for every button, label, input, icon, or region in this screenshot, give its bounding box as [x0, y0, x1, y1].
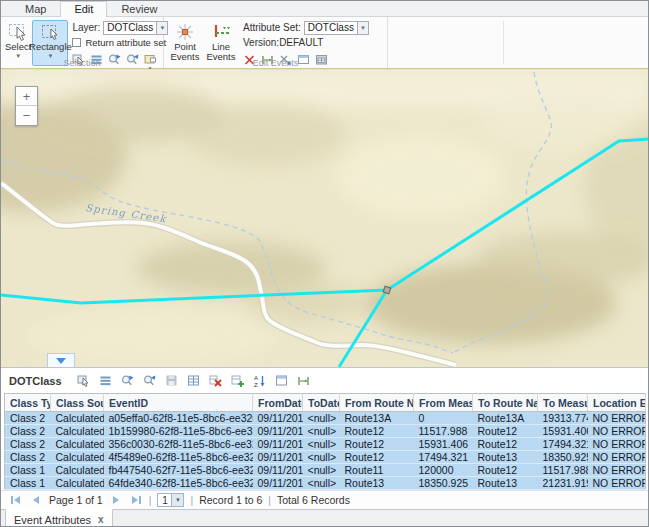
table-cell: 11517.988 [538, 464, 588, 477]
bottom-tab-bar: Event Attributes x [1, 509, 648, 527]
table-row[interactable]: Class 1Calculatedfb447540-62f7-11e5-8bc6… [5, 464, 646, 477]
table-cell: 17494.321 [538, 438, 588, 451]
table-cell: Class 1 [5, 464, 51, 477]
table-row[interactable]: Class 2Calculated1b159980-62f8-11e5-8bc6… [5, 425, 646, 438]
table-cell: Calculated [51, 464, 104, 477]
tab-review[interactable]: Review [107, 1, 171, 17]
table-cell: Class 2 [5, 425, 51, 438]
column-header[interactable]: To Measure [538, 394, 588, 412]
table-cell: Route12 [340, 438, 414, 451]
table-cell: Route13A [473, 412, 538, 425]
measure-icon[interactable] [297, 374, 310, 387]
pan-to-selection-icon[interactable] [143, 374, 156, 387]
ribbon-divider [503, 21, 504, 64]
table-cell: 15931.406 [538, 425, 588, 438]
attribute-set-value: DOTClass [304, 21, 357, 35]
attribute-set-combobox[interactable]: DOTClass ▼ [304, 21, 369, 35]
close-tab-icon[interactable]: x [98, 514, 104, 525]
pagination-bar: Page 1 of 1 | 1 ▼ | Record 1 to 6 | Tota… [1, 490, 648, 509]
panel-collapse-button[interactable] [47, 353, 75, 367]
table-cell: NO ERROR [588, 412, 646, 425]
ribbon: Select ▼ Rectangle ▼ Layer: DOTClass ▼ [1, 17, 648, 69]
column-header[interactable]: To Route Name [473, 394, 538, 412]
pager-separator: | [149, 494, 152, 506]
table-row[interactable]: Class 1Calculated64fde340-62f8-11e5-8bc6… [5, 477, 646, 490]
table-cell: <null> [303, 464, 340, 477]
column-header[interactable]: ToDate [303, 394, 340, 412]
table-cell: <null> [303, 477, 340, 490]
column-header[interactable]: EventID [104, 394, 253, 412]
table-cell: Route13 [473, 477, 538, 490]
svg-text:Z: Z [254, 382, 258, 388]
sort-icon[interactable]: AZ [253, 374, 266, 387]
table-cell: 4f5489e0-62f8-11e5-8bc6-ee32641d5ec9 [104, 451, 253, 464]
table-cell: Calculated [51, 451, 104, 464]
tab-edit[interactable]: Edit [60, 1, 107, 17]
column-header[interactable]: Class Type [5, 394, 51, 412]
table-cell: <null> [303, 412, 340, 425]
event-attributes-panel: DOTClass AZ Class TypeClass SourceEventI… [1, 367, 648, 527]
attributes-list-icon[interactable] [99, 374, 112, 387]
select-features-icon[interactable] [77, 374, 90, 387]
page-select-dropdown-icon[interactable]: ▼ [172, 493, 184, 507]
edit-events-group: Point Events Line Events Attribute Set: … [164, 17, 388, 68]
table-title: DOTClass [9, 375, 62, 387]
table-row[interactable]: Class 2Calculateda05effa0-62f8-11e5-8bc6… [5, 412, 646, 425]
table-cell: 356c0030-62f8-11e5-8bc6-ee32641d5ec9 [104, 438, 253, 451]
table-cell: NO ERROR [588, 438, 646, 451]
first-page-button[interactable] [9, 494, 23, 506]
attribute-table-wrap: Class TypeClass SourceEventIDFromDateToD… [1, 393, 648, 490]
table-cell: Class 2 [5, 412, 51, 425]
form-view-icon[interactable] [275, 374, 288, 387]
grid-view-icon[interactable] [187, 374, 200, 387]
table-cell: a05effa0-62f8-11e5-8bc6-ee32641d5ec9 [104, 412, 253, 425]
next-page-button[interactable] [109, 494, 123, 506]
table-cell: <null> [303, 425, 340, 438]
table-cell: 09/11/2015 [253, 425, 303, 438]
tab-map[interactable]: Map [11, 1, 60, 17]
table-cell: Route12 [473, 438, 538, 451]
table-header-row: Class TypeClass SourceEventIDFromDateToD… [5, 394, 646, 412]
column-header[interactable]: From Route Name [340, 394, 414, 412]
map-zoom-control: + − [15, 86, 38, 126]
table-cell: Route13A [340, 412, 414, 425]
point-events-icon [174, 22, 196, 42]
save-icon[interactable] [165, 374, 178, 387]
table-cell: Route12 [473, 464, 538, 477]
pager-separator: | [268, 494, 271, 506]
table-cell: Route12 [340, 425, 414, 438]
version-label: Version:DEFAULT [243, 37, 323, 48]
zoom-out-button[interactable]: − [16, 106, 37, 125]
table-row[interactable]: Class 2Calculated356c0030-62f8-11e5-8bc6… [5, 438, 646, 451]
attribute-set-dropdown-icon[interactable]: ▼ [357, 21, 369, 35]
delete-record-icon[interactable] [209, 374, 222, 387]
table-cell: fb447540-62f7-11e5-8bc6-ee32641d5ec9 [104, 464, 253, 477]
previous-page-button[interactable] [29, 494, 43, 506]
svg-text:A: A [254, 375, 258, 381]
page-select[interactable]: 1 ▼ [157, 493, 184, 507]
column-header[interactable]: Location Error [588, 394, 646, 412]
zoom-to-selection-icon[interactable] [121, 374, 134, 387]
table-row[interactable]: Class 2Calculated4f5489e0-62f8-11e5-8bc6… [5, 451, 646, 464]
table-cell: <null> [303, 451, 340, 464]
column-header[interactable]: From Measure [414, 394, 473, 412]
table-cell: Class 2 [5, 438, 51, 451]
pager-separator: | [190, 494, 193, 506]
table-cell: 09/11/2015 [253, 464, 303, 477]
column-header[interactable]: Class Source [51, 394, 104, 412]
table-cell: 09/11/2015 [253, 438, 303, 451]
table-cell: NO ERROR [588, 425, 646, 438]
last-page-button[interactable] [129, 494, 143, 506]
zoom-in-button[interactable]: + [16, 87, 37, 106]
table-cell: <null> [303, 438, 340, 451]
table-cell: Route12 [473, 425, 538, 438]
column-header[interactable]: FromDate [253, 394, 303, 412]
record-range-label: Record 1 to 6 [199, 494, 262, 506]
tab-event-attributes[interactable]: Event Attributes x [5, 509, 113, 527]
route-junction-marker[interactable] [383, 286, 391, 294]
layer-combobox[interactable]: DOTClass ▼ [103, 21, 168, 35]
map-view[interactable]: Spring Creek + − [1, 69, 648, 367]
add-record-icon[interactable] [231, 374, 244, 387]
selection-group: Select ▼ Rectangle ▼ Layer: DOTClass ▼ [1, 17, 164, 68]
return-attribute-set-checkbox[interactable] [72, 38, 81, 47]
